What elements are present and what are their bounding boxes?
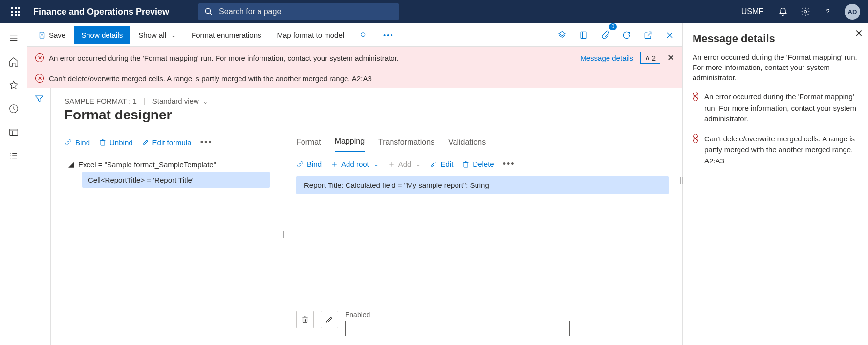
collapse-messages-button[interactable]: ∧2 bbox=[640, 52, 660, 64]
add-button[interactable]: Add⌄ bbox=[388, 160, 421, 168]
app-title: Finance and Operations Preview bbox=[27, 7, 169, 17]
save-button[interactable]: Save bbox=[31, 26, 72, 44]
panel-description: An error occurred during the 'Format map… bbox=[693, 52, 858, 83]
left-more-icon[interactable]: ••• bbox=[200, 138, 213, 148]
chevron-down-icon: ⌄ bbox=[171, 32, 176, 39]
map-format-button[interactable]: Map format to model bbox=[270, 26, 351, 44]
search-box[interactable] bbox=[198, 3, 399, 20]
tab-mapping[interactable]: Mapping bbox=[335, 137, 365, 152]
message-details-panel: ✕ Message details An error occurred duri… bbox=[682, 23, 868, 345]
bottom-delete-button[interactable] bbox=[296, 311, 314, 328]
error-icon: ✕ bbox=[35, 53, 44, 62]
chevron-up-icon: ∧ bbox=[645, 53, 650, 62]
enabled-label: Enabled bbox=[345, 311, 570, 319]
tree-root-row[interactable]: ◢ Excel = "Sample format_SampleTemplate" bbox=[65, 157, 270, 172]
svg-point-2 bbox=[804, 11, 807, 13]
format-enumerations-button[interactable]: Format enumerations bbox=[185, 26, 268, 44]
rail-recent-icon[interactable] bbox=[2, 98, 25, 119]
rail-hamburger-icon[interactable] bbox=[2, 27, 25, 49]
error-icon: ✕ bbox=[693, 92, 698, 101]
tab-validations[interactable]: Validations bbox=[448, 138, 486, 152]
panel-resize-handle[interactable]: || bbox=[679, 173, 683, 187]
svg-rect-7 bbox=[9, 129, 18, 136]
panel-item-2: ✕ Can't delete/overwrite merged cells. A… bbox=[693, 134, 858, 167]
unbind-button[interactable]: Unbind bbox=[99, 138, 133, 147]
error-banner-2: ✕ Can't delete/overwrite merged cells. A… bbox=[27, 69, 682, 88]
panel-title: Message details bbox=[693, 32, 858, 45]
chevron-down-icon: ⌄ bbox=[203, 98, 208, 105]
panel-item-1: ✕ An error occurred during the 'Format m… bbox=[693, 92, 858, 125]
svg-point-0 bbox=[205, 8, 211, 14]
caret-down-icon: ◢ bbox=[68, 160, 75, 169]
command-bar: Save Show details Show all⌄ Format enume… bbox=[27, 23, 682, 47]
delete-button[interactable]: Delete bbox=[462, 160, 494, 168]
mapping-data-row[interactable]: Report Title: Calculated field = "My sam… bbox=[296, 176, 669, 194]
tree-child-row[interactable]: Cell<ReportTitle> = 'Report Title' bbox=[82, 172, 270, 188]
popout-icon[interactable] bbox=[639, 26, 657, 44]
mapping-more-icon[interactable]: ••• bbox=[503, 159, 515, 169]
filter-column bbox=[27, 88, 51, 345]
svg-rect-28 bbox=[303, 318, 307, 323]
show-details-button[interactable]: Show details bbox=[74, 26, 130, 44]
attachments-count: 0 bbox=[609, 23, 617, 30]
help-icon[interactable] bbox=[818, 0, 838, 23]
add-root-button[interactable]: Add root⌄ bbox=[330, 160, 379, 168]
office-icon[interactable] bbox=[575, 26, 592, 44]
rail-modules-icon[interactable] bbox=[2, 145, 25, 166]
refresh-icon[interactable] bbox=[618, 26, 635, 44]
view-selector[interactable]: Standard view ⌄ bbox=[152, 97, 208, 105]
left-rail bbox=[0, 23, 27, 345]
chevron-down-icon: ⌄ bbox=[416, 161, 421, 168]
error-text-1: An error occurred during the 'Format map… bbox=[49, 54, 399, 62]
notifications-icon[interactable] bbox=[773, 0, 793, 23]
cmd-search-icon[interactable] bbox=[353, 26, 374, 44]
edit-formula-button[interactable]: Edit formula bbox=[142, 138, 192, 147]
cmd-icon-1[interactable] bbox=[553, 26, 571, 44]
search-icon bbox=[204, 7, 213, 16]
svg-line-1 bbox=[210, 13, 212, 15]
enabled-input[interactable] bbox=[345, 321, 570, 336]
svg-line-17 bbox=[365, 36, 366, 38]
rail-workspaces-icon[interactable] bbox=[2, 121, 25, 143]
error-banner-1: ✕ An error occurred during the 'Format m… bbox=[27, 47, 682, 69]
filter-icon[interactable] bbox=[34, 94, 44, 345]
svg-rect-22 bbox=[101, 141, 105, 145]
company-code[interactable]: USMF bbox=[735, 7, 770, 16]
cmd-more-icon[interactable]: ••• bbox=[376, 26, 401, 44]
settings-icon[interactable] bbox=[796, 0, 815, 23]
show-all-button[interactable]: Show all⌄ bbox=[131, 26, 183, 44]
message-details-link[interactable]: Message details bbox=[580, 54, 633, 62]
top-header: Finance and Operations Preview USMF AD bbox=[0, 0, 868, 23]
tab-format[interactable]: Format bbox=[296, 138, 321, 152]
svg-rect-18 bbox=[581, 32, 586, 38]
bottom-edit-button[interactable] bbox=[321, 311, 338, 328]
dismiss-banner-button[interactable]: ✕ bbox=[667, 52, 674, 63]
attachments-icon[interactable]: 0 bbox=[596, 26, 614, 44]
breadcrumb: SAMPLE FORMAT : 1 bbox=[65, 97, 137, 105]
rail-favorites-icon[interactable] bbox=[2, 74, 25, 96]
mapping-bind-button[interactable]: Bind bbox=[296, 160, 322, 168]
rail-home-icon[interactable] bbox=[2, 51, 25, 72]
error-icon: ✕ bbox=[35, 74, 44, 83]
edit-button[interactable]: Edit bbox=[430, 160, 453, 168]
chevron-down-icon: ⌄ bbox=[374, 161, 379, 168]
page-title: Format designer bbox=[65, 107, 669, 123]
column-splitter[interactable]: || bbox=[282, 133, 284, 336]
user-avatar[interactable]: AD bbox=[845, 4, 860, 20]
search-input[interactable] bbox=[219, 7, 393, 16]
svg-point-16 bbox=[361, 32, 365, 36]
error-icon: ✕ bbox=[693, 134, 698, 143]
save-icon bbox=[38, 31, 46, 39]
error-text-2: Can't delete/overwrite merged cells. A r… bbox=[49, 74, 372, 83]
close-page-icon[interactable] bbox=[661, 26, 678, 44]
bind-button[interactable]: Bind bbox=[65, 138, 90, 147]
save-label: Save bbox=[49, 31, 65, 39]
svg-rect-27 bbox=[464, 162, 468, 167]
tab-transformations[interactable]: Transformations bbox=[378, 138, 434, 152]
app-launcher-icon[interactable] bbox=[4, 0, 27, 23]
panel-close-button[interactable]: ✕ bbox=[855, 27, 863, 39]
